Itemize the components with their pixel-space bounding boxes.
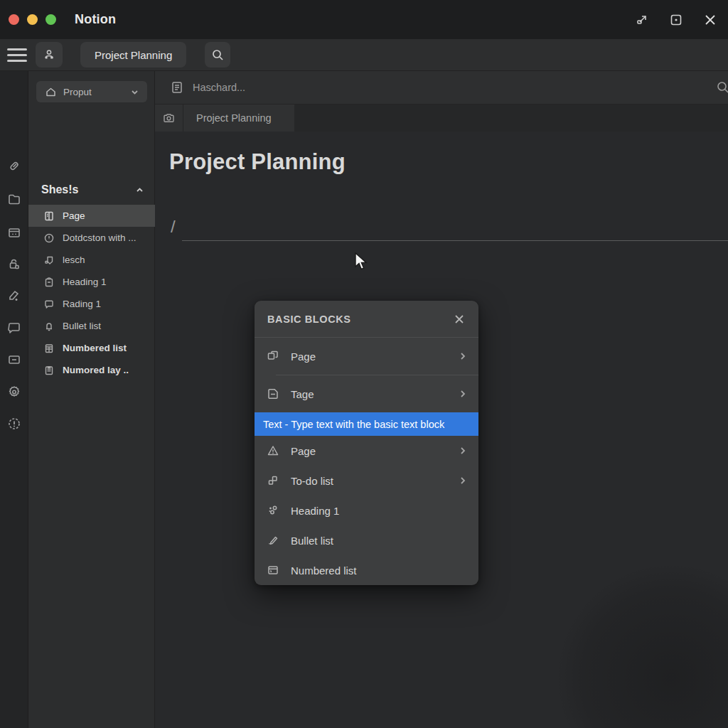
warning-triangle-icon <box>266 444 280 458</box>
search-button[interactable] <box>205 42 230 68</box>
document-icon <box>43 210 55 222</box>
pages-icon <box>266 349 280 363</box>
chevron-right-icon <box>457 388 469 400</box>
tab-project-planning[interactable]: Project Planning <box>155 105 294 132</box>
alert-circle-icon[interactable] <box>6 416 22 432</box>
sidebar-item-rading1[interactable]: Rading 1 <box>28 293 155 315</box>
sidebar-item-numoredlay[interactable]: Numored lay .. <box>28 359 155 381</box>
toolbar: Project Planning W <box>0 39 728 71</box>
folder-icon[interactable] <box>6 192 21 207</box>
workspace-button[interactable] <box>36 42 63 68</box>
maximize-window-icon[interactable] <box>668 12 684 28</box>
clipboard-lines-icon <box>43 365 55 376</box>
sidebar-item-lesch[interactable]: lesch <box>28 249 155 271</box>
page-title[interactable]: Project Planning <box>169 149 346 175</box>
sidebar-section-header[interactable]: Shes!s <box>41 183 145 196</box>
chevron-down-icon <box>129 87 140 97</box>
chat-bubble-icon[interactable] <box>6 320 22 336</box>
zoom-traffic-light[interactable] <box>46 14 56 25</box>
chevron-right-icon <box>457 475 469 486</box>
sidebar-item-label: lesch <box>63 255 85 265</box>
sidebar-item-label: Page <box>63 210 85 221</box>
corner-vignette <box>557 564 728 728</box>
chevron-up-icon <box>134 185 145 196</box>
popup-item-heading1[interactable]: Heading 1 <box>255 496 478 525</box>
popup-item-label: Tage <box>291 388 314 400</box>
text-cursor-underline <box>182 240 728 241</box>
popup-item-todo-list[interactable]: To-do list <box>255 466 478 496</box>
chevron-right-icon <box>457 445 469 456</box>
settings-gear-icon[interactable] <box>6 384 22 400</box>
sidebar-item-label: Heading 1 <box>63 277 107 287</box>
sidebar-item-dotdcston[interactable]: Dotdcston with ... <box>28 227 155 249</box>
tab-label: Project Planning <box>196 112 272 124</box>
sidebar-item-label: Rading 1 <box>63 299 101 309</box>
popup-item-label: Bullet list <box>291 535 333 547</box>
minimize-traffic-light[interactable] <box>27 14 38 25</box>
document-corner-icon <box>266 387 280 401</box>
clipboard-icon <box>43 277 55 288</box>
pen-tool-icon[interactable] <box>6 288 22 304</box>
workspace-icon <box>42 48 56 62</box>
hamburger-menu-icon[interactable] <box>7 48 27 62</box>
home-icon <box>45 86 57 98</box>
close-window-icon[interactable] <box>702 12 718 28</box>
popup-item-label: To-do list <box>291 475 333 487</box>
popup-item-page-2[interactable]: Page <box>255 436 478 466</box>
slash-command-prompt[interactable]: / <box>171 217 176 237</box>
popup-item-bullet-list[interactable]: Bullet list <box>255 525 478 555</box>
bell-icon <box>43 321 55 332</box>
breadcrumb-search-icon[interactable] <box>715 80 728 95</box>
popup-item-label: Page <box>291 350 316 363</box>
popup-item-text-highlighted[interactable]: Text - Type text with the basic text blo… <box>255 412 478 436</box>
popup-item-tage[interactable]: Tage <box>255 375 478 412</box>
sidebar-item-bulletlist[interactable]: Bullet list <box>28 315 155 337</box>
tag-icon <box>43 255 55 266</box>
workspace-switcher-label: Proput <box>63 87 92 97</box>
sidebar-item-label: Numored lay .. <box>63 365 129 375</box>
workspace-switcher[interactable]: Proput <box>36 81 147 102</box>
notion-window: Notion <box>0 0 728 728</box>
basic-blocks-popup: BASIC BLOCKS Page <box>255 301 478 585</box>
archive-box-icon[interactable] <box>6 225 21 240</box>
popup-header: BASIC BLOCKS <box>255 301 478 338</box>
card-minus-icon[interactable] <box>6 352 22 368</box>
popup-item-label: Page <box>291 445 316 457</box>
popup-item-label: Numbered list <box>291 564 357 577</box>
titlebar: Notion <box>0 0 728 39</box>
breadcrumb-bar: Haschard... <box>155 71 728 105</box>
sidebar-item-label: Bullet list <box>63 321 101 331</box>
sidebar: Proput Shes!s Page <box>28 71 155 728</box>
sidebar-item-page[interactable]: Page <box>28 205 155 227</box>
sidebar-item-label: Dotdcston with ... <box>63 232 136 243</box>
popup-item-numbered-list[interactable]: Numbered list <box>255 555 478 585</box>
chevron-right-icon <box>457 350 469 362</box>
popup-item-page[interactable]: Page <box>255 338 478 375</box>
sidebar-item-label: Numbered list <box>63 343 127 353</box>
table-grid-icon <box>43 343 55 354</box>
sidebar-item-list: Page Dotdcston with ... lesch <box>28 205 155 381</box>
tab-bar: Project Planning <box>155 105 728 132</box>
lock-upload-icon[interactable] <box>6 257 21 272</box>
info-circle-icon <box>43 232 55 244</box>
left-icon-rail <box>0 71 28 728</box>
sidebar-section-label: Shes!s <box>41 183 78 196</box>
tab-camera-icon[interactable] <box>155 105 183 132</box>
app-title: Notion <box>75 12 116 27</box>
pencil-icon <box>266 533 280 547</box>
resize-window-icon[interactable] <box>634 12 650 28</box>
page-title-button[interactable]: Project Planning <box>80 42 186 68</box>
popup-close-icon[interactable] <box>453 313 466 326</box>
sidebar-item-numberedlist[interactable]: Numbered list <box>28 337 155 359</box>
close-traffic-light[interactable] <box>9 14 19 25</box>
traffic-lights <box>9 14 56 25</box>
sidebar-item-heading1[interactable]: Heading 1 <box>28 271 155 293</box>
popup-title: BASIC BLOCKS <box>267 314 351 325</box>
breadcrumb-document-icon <box>170 80 184 95</box>
link-icon[interactable] <box>6 159 21 173</box>
numbered-list-icon <box>266 563 280 577</box>
popup-item-label: Heading 1 <box>291 505 339 517</box>
dots-cluster-icon <box>266 503 280 518</box>
todo-squares-icon <box>266 473 280 488</box>
breadcrumb-label[interactable]: Haschard... <box>193 82 245 93</box>
